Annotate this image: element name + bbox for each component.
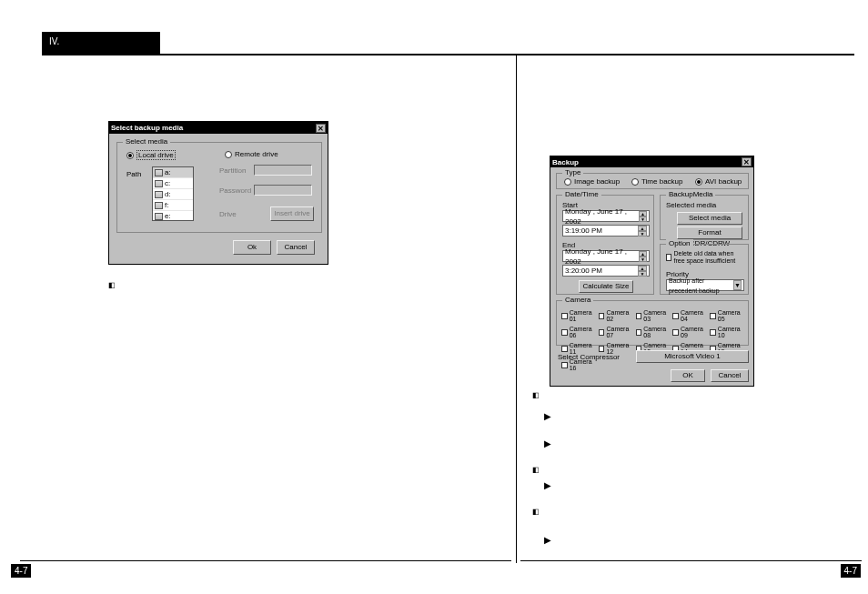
start-date-field[interactable]: Monday , June 17 , 2002 ▲▼ (562, 210, 650, 222)
camera-checkbox[interactable]: Camera 10 (710, 326, 747, 338)
group-label: Option (666, 239, 693, 247)
checkbox-icon (666, 254, 671, 261)
page-number-left: 4-7 (11, 564, 31, 578)
drive-icon (155, 202, 163, 209)
camera-label: Camera 03 (643, 309, 672, 322)
end-date-field[interactable]: Monday , June 17 , 2002 ▲▼ (562, 250, 650, 262)
camera-label: Camera 04 (681, 309, 710, 322)
close-icon[interactable]: ✕ (316, 124, 326, 133)
radio-icon (126, 152, 134, 159)
time-backup-radio[interactable]: Time backup (631, 177, 683, 186)
avi-backup-radio[interactable]: AVI backup (695, 177, 742, 186)
checkbox-icon (710, 329, 716, 336)
path-label: Path (126, 170, 141, 178)
priority-dropdown[interactable]: Backup after precedent backup ▼ (666, 279, 744, 291)
camera-label: Camera 07 (606, 326, 635, 338)
camera-label: Camera 10 (718, 326, 747, 338)
date-spinner[interactable]: ▲▼ (639, 211, 647, 221)
checkbox-icon (672, 329, 679, 336)
camera-checkbox[interactable]: Camera 08 (636, 326, 673, 338)
delete-old-data-checkbox[interactable]: Delete old data when free space insuffic… (666, 250, 746, 265)
radio-icon (695, 178, 702, 186)
checkbox-icon (672, 313, 679, 319)
group-label: BackupMedia (666, 190, 715, 198)
calculate-size-button[interactable]: Calculate Size (579, 280, 633, 293)
dialog-titlebar[interactable]: Backup ✕ (550, 156, 753, 167)
page-number-right: 4-7 (841, 564, 861, 578)
select-media-button[interactable]: Select media (677, 212, 742, 225)
drive-letter: f: (165, 200, 168, 211)
drive-item[interactable]: a: (153, 167, 193, 178)
ok-button[interactable]: OK (671, 369, 705, 382)
drive-list[interactable]: a: c: d: f: e: (152, 166, 194, 221)
local-drive-radio[interactable]: Local drive (126, 150, 176, 160)
camera-label: Camera 05 (718, 309, 747, 322)
camera-label: Camera 06 (570, 326, 599, 338)
checkbox-icon (599, 313, 605, 319)
backup-dialog: Backup ✕ Type Image backup Time backup A… (550, 156, 754, 387)
group-label: Select media (123, 137, 170, 146)
drive-letter: d: (165, 189, 171, 200)
start-time-value: 3:19:00 PM (565, 226, 602, 236)
camera-checkbox[interactable]: Camera 02 (599, 309, 636, 322)
drive-icon (155, 191, 163, 198)
drive-item[interactable]: d: (153, 189, 193, 200)
bullet-arrow-icon: ▶ (544, 411, 551, 421)
camera-checkbox[interactable]: Camera 03 (636, 309, 673, 322)
radio-label: Time backup (641, 177, 683, 186)
checkbox-label: Delete old data when free space insuffic… (674, 250, 746, 265)
camera-checkbox[interactable]: Camera 06 (561, 326, 599, 338)
radio-icon (631, 178, 639, 186)
drive-item[interactable]: f: (153, 200, 193, 211)
dialog-titlebar[interactable]: Select backup media ✕ (109, 122, 328, 134)
bullet-arrow-icon: ▶ (544, 480, 551, 490)
bullet-arrow-icon: ▶ (544, 535, 551, 545)
close-icon[interactable]: ✕ (742, 157, 752, 166)
drive-icon (155, 169, 163, 176)
dialog-title: Backup (552, 158, 579, 166)
time-spinner[interactable]: ▲▼ (638, 226, 647, 236)
radio-label: Local drive (136, 150, 176, 160)
start-time-field[interactable]: 3:19:00 PM ▲▼ (562, 225, 650, 237)
camera-checkbox[interactable]: Camera 04 (672, 309, 710, 322)
drive-icon (155, 213, 163, 220)
camera-checkbox[interactable]: Camera 09 (672, 326, 710, 338)
cancel-button[interactable]: Cancel (711, 369, 749, 382)
camera-checkbox[interactable]: Camera 05 (710, 309, 747, 322)
section-tab: IV. (42, 32, 160, 54)
section-rule (42, 54, 854, 55)
image-backup-radio[interactable]: Image backup (564, 177, 620, 186)
time-spinner[interactable]: ▲▼ (638, 266, 647, 276)
drive-item[interactable]: c: (153, 178, 193, 189)
format-cdr-button[interactable]: Format CDR/CDRW (677, 227, 742, 239)
checkbox-icon (561, 313, 568, 319)
ok-button[interactable]: Ok (233, 240, 271, 255)
type-group: Type Image backup Time backup AVI backup (556, 173, 749, 189)
radio-label: AVI backup (705, 177, 742, 186)
camera-label: Camera 02 (606, 309, 635, 322)
backupmedia-group: BackupMedia Selected media Select media … (660, 195, 749, 240)
bullet-arrow-icon: ▶ (544, 438, 551, 448)
drive-letter: c: (165, 178, 170, 189)
bullet-square-icon: ◧ (532, 466, 540, 474)
cancel-button[interactable]: Cancel (277, 240, 315, 255)
partition-field (254, 165, 312, 176)
group-label: Camera (562, 296, 593, 304)
end-time-value: 3:20:00 PM (565, 266, 602, 276)
bullet-square-icon: ◧ (532, 508, 540, 516)
select-backup-media-dialog: Select backup media ✕ Select media Local… (108, 121, 328, 265)
radio-icon (564, 178, 571, 186)
date-spinner[interactable]: ▲▼ (639, 251, 647, 261)
drive-item[interactable]: e: (153, 211, 193, 221)
drive-letter: a: (165, 167, 171, 178)
end-time-field[interactable]: 3:20:00 PM ▲▼ (562, 265, 650, 277)
password-label: Password (219, 186, 251, 195)
remote-drive-radio[interactable]: Remote drive (225, 150, 278, 158)
bottom-rule-right (520, 560, 862, 561)
camera-checkbox[interactable]: Camera 07 (599, 326, 636, 338)
dialog-title: Select backup media (111, 124, 183, 132)
camera-checkbox[interactable]: Camera 01 (561, 309, 599, 322)
drive-letter: e: (165, 211, 171, 222)
compressor-button[interactable]: Microsoft Video 1 (636, 350, 749, 363)
partition-label: Partition (219, 166, 246, 175)
